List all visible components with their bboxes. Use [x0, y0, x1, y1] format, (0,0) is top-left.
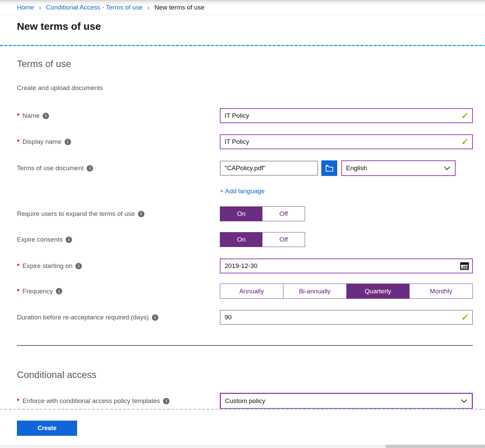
- enforce-label-text: Enforce with conditional access policy t…: [22, 397, 160, 405]
- name-label-text: Name: [22, 112, 40, 119]
- section-title-terms-of-use: Terms of use: [17, 58, 473, 70]
- require-expand-off-option[interactable]: Off: [262, 207, 305, 221]
- enforce-label: * Enforce with conditional access policy…: [17, 397, 220, 405]
- expire-starting-date-input[interactable]: 2019-12-30: [220, 259, 473, 273]
- expire-consents-label: Expire consents i: [17, 236, 220, 243]
- required-marker: *: [17, 138, 19, 145]
- name-input-value: IT Policy: [225, 112, 249, 119]
- display-name-label-text: Display name: [22, 138, 61, 145]
- document-file-name: "CAPolicy.pdf": [225, 164, 265, 172]
- duration-row: Duration before re-acceptance required (…: [17, 310, 473, 325]
- info-icon[interactable]: i: [56, 288, 62, 294]
- expire-starting-label: * Expire starting on i: [17, 262, 220, 270]
- require-expand-row: Require users to expand the terms of use…: [17, 206, 473, 221]
- document-row: Terms of use document i "CAPolicy.pdf" E…: [17, 160, 473, 176]
- required-marker: *: [17, 397, 19, 405]
- language-select-value: English: [346, 164, 367, 172]
- frequency-label: * Frequency i: [17, 288, 220, 295]
- frequency-label-text: Frequency: [22, 288, 53, 295]
- page-title: New terms of use: [17, 15, 485, 32]
- frequency-option-monthly[interactable]: Monthly: [409, 284, 472, 298]
- require-expand-on-option[interactable]: On: [220, 207, 262, 221]
- valid-checkmark-icon: ✓: [461, 137, 469, 147]
- frequency-row: * Frequency i Annually Bi-annually Quart…: [17, 284, 473, 299]
- frequency-option-annually[interactable]: Annually: [220, 284, 283, 298]
- info-icon[interactable]: i: [87, 165, 93, 172]
- browse-file-button[interactable]: [321, 160, 337, 176]
- add-language-link[interactable]: + Add language: [220, 187, 265, 195]
- enforce-policy-select-value: Custom policy: [225, 397, 265, 405]
- frequency-option-quarterly[interactable]: Quarterly: [346, 284, 410, 298]
- breadcrumb-home-link[interactable]: Home: [17, 4, 34, 11]
- new-terms-of-use-page: Home › Conditional Access - Terms of use…: [0, 0, 485, 448]
- enforce-policy-select[interactable]: Custom policy: [220, 393, 473, 409]
- display-name-row: * Display name i IT Policy ✓: [17, 134, 473, 149]
- require-expand-toggle: On Off: [220, 206, 305, 221]
- breadcrumb-separator-icon: ›: [147, 4, 150, 11]
- duration-label-text: Duration before re-acceptance required (…: [17, 314, 149, 321]
- expire-consents-row: Expire consents i On Off: [17, 232, 473, 247]
- document-file-input[interactable]: "CAPolicy.pdf": [220, 161, 318, 176]
- chevron-down-icon: [461, 399, 467, 403]
- horizontal-scrollbar-thumb[interactable]: [386, 445, 485, 448]
- require-expand-label: Require users to expand the terms of use…: [17, 210, 220, 218]
- expire-starting-row: * Expire starting on i 2019-12-30: [17, 259, 473, 273]
- info-icon[interactable]: i: [66, 237, 72, 243]
- frequency-segmented-control: Annually Bi-annually Quarterly Monthly: [220, 284, 473, 299]
- enforce-row: * Enforce with conditional access policy…: [17, 393, 473, 409]
- info-icon[interactable]: i: [75, 263, 82, 269]
- calendar-icon[interactable]: [460, 262, 469, 270]
- create-button[interactable]: Create: [17, 421, 77, 436]
- expire-consents-on-option[interactable]: On: [220, 232, 262, 247]
- info-icon[interactable]: i: [163, 398, 169, 404]
- folder-icon: [325, 164, 334, 172]
- duration-input-value: 90: [225, 314, 232, 321]
- language-select[interactable]: English: [341, 160, 456, 176]
- expire-starting-label-text: Expire starting on: [22, 262, 72, 270]
- expire-consents-off-option[interactable]: Off: [262, 232, 305, 247]
- form-content: Terms of use Create and upload documents…: [0, 46, 485, 409]
- required-marker: *: [17, 262, 19, 270]
- required-marker: *: [17, 288, 19, 295]
- chevron-down-icon: [444, 166, 451, 170]
- info-icon[interactable]: i: [43, 113, 49, 119]
- name-input[interactable]: IT Policy ✓: [220, 108, 473, 123]
- valid-checkmark-icon: ✓: [461, 111, 469, 120]
- info-icon[interactable]: i: [138, 211, 144, 217]
- title-bar: New terms of use: [0, 15, 485, 45]
- require-expand-label-text: Require users to expand the terms of use: [17, 210, 135, 218]
- breadcrumb-separator-icon: ›: [39, 4, 41, 11]
- info-icon[interactable]: i: [65, 139, 71, 145]
- expire-starting-date-value: 2019-12-30: [225, 262, 257, 270]
- expire-consents-label-text: Expire consents: [17, 236, 63, 243]
- section-divider: [17, 345, 473, 346]
- name-row: * Name i IT Policy ✓: [17, 108, 473, 123]
- duration-label: Duration before re-acceptance required (…: [17, 314, 220, 321]
- display-name-label: * Display name i: [17, 138, 220, 145]
- expire-consents-toggle: On Off: [220, 232, 305, 247]
- name-label: * Name i: [17, 112, 220, 119]
- info-icon[interactable]: i: [152, 314, 158, 321]
- breadcrumb-current: New terms of use: [155, 4, 205, 11]
- display-name-input-value: IT Policy: [225, 138, 249, 145]
- document-label: Terms of use document i: [17, 164, 220, 172]
- duration-input[interactable]: 90 ✓: [220, 310, 473, 325]
- required-marker: *: [17, 112, 19, 119]
- add-language-row: + Add language: [17, 187, 473, 196]
- document-label-text: Terms of use document: [17, 164, 84, 172]
- valid-checkmark-icon: ✓: [461, 313, 469, 322]
- footer-divider: [0, 409, 485, 410]
- display-name-input[interactable]: IT Policy ✓: [220, 134, 473, 149]
- breadcrumb: Home › Conditional Access - Terms of use…: [0, 0, 485, 15]
- breadcrumb-parent-link[interactable]: Conditional Access - Terms of use: [46, 4, 143, 11]
- section-title-conditional-access: Conditional access: [17, 368, 473, 381]
- frequency-option-bi-annually[interactable]: Bi-annually: [283, 284, 346, 298]
- section-subtitle: Create and upload documents: [17, 84, 473, 92]
